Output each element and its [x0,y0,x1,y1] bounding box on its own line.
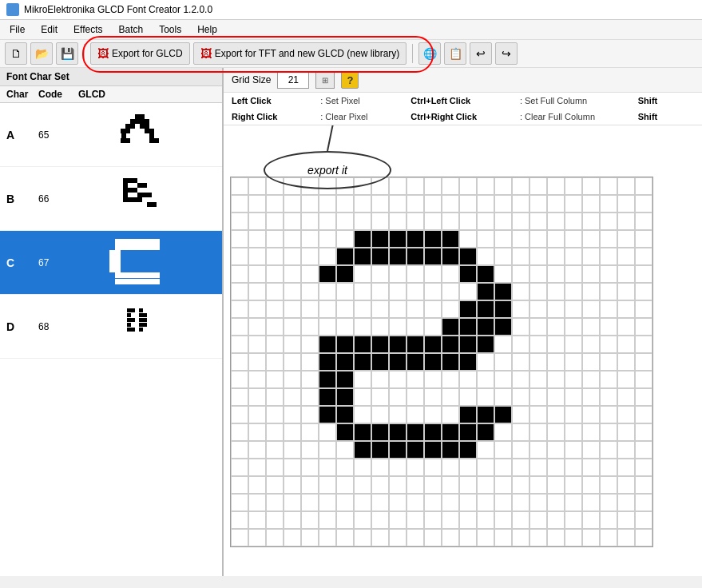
grid-cell[interactable] [319,441,336,459]
grid-cell[interactable] [407,388,424,406]
grid-cell[interactable] [319,511,336,529]
grid-cell[interactable] [371,230,389,248]
grid-cell[interactable] [248,336,266,353]
grid-cell[interactable] [459,423,477,441]
grid-cell[interactable] [371,353,389,371]
grid-cell[interactable] [582,406,600,423]
grid-cell[interactable] [442,300,459,318]
grid-cell[interactable] [284,406,301,423]
grid-cell[interactable] [336,248,354,265]
grid-cell[interactable] [371,213,389,230]
grid-cell[interactable] [442,459,459,476]
grid-cell[interactable] [407,476,424,494]
grid-cell[interactable] [617,230,635,248]
grid-cell[interactable] [231,177,248,195]
grid-cell[interactable] [371,300,389,318]
grid-cell[interactable] [284,476,301,494]
grid-cell[interactable] [477,406,494,423]
grid-cell[interactable] [442,283,459,300]
grid-cell[interactable] [354,511,371,529]
grid-cell[interactable] [284,494,301,511]
grid-cell[interactable] [459,476,477,494]
grid-cell[interactable] [600,494,617,511]
grid-cell[interactable] [424,511,442,529]
grid-cell[interactable] [319,476,336,494]
grid-cell[interactable] [600,476,617,494]
grid-cell[interactable] [442,213,459,230]
grid-cell[interactable] [442,371,459,388]
grid-cell[interactable] [301,406,319,423]
grid-cell[interactable] [582,318,600,336]
grid-cell[interactable] [600,511,617,529]
grid-cell[interactable] [266,353,284,371]
grid-cell[interactable] [407,353,424,371]
export-glcd-button[interactable]: 🖼 Export for GLCD [90,42,190,65]
grid-cell[interactable] [284,371,301,388]
grid-cell[interactable] [529,388,547,406]
grid-cell[interactable] [565,195,582,213]
grid-cell[interactable] [336,230,354,248]
grid-cell[interactable] [635,406,652,423]
grid-cell[interactable] [407,529,424,546]
grid-cell[interactable] [600,248,617,265]
grid-cell[interactable] [442,353,459,371]
grid-cell[interactable] [389,336,407,353]
undo-button[interactable]: ↩ [470,42,492,65]
grid-cell[interactable] [512,459,529,476]
grid-cell[interactable] [231,213,248,230]
grid-cell[interactable] [494,388,512,406]
grid-cell[interactable] [529,248,547,265]
grid-cell[interactable] [371,511,389,529]
grid-cell[interactable] [477,213,494,230]
grid-cell[interactable] [336,494,354,511]
grid-cell[interactable] [512,318,529,336]
grid-cell[interactable] [319,406,336,423]
grid-cell[interactable] [389,230,407,248]
grid-cell[interactable] [407,213,424,230]
grid-cell[interactable] [547,336,565,353]
grid-cell[interactable] [512,265,529,283]
grid-cell[interactable] [284,441,301,459]
grid-cell[interactable] [582,300,600,318]
grid-cell[interactable] [582,494,600,511]
grid-cell[interactable] [529,283,547,300]
grid-cell[interactable] [617,511,635,529]
grid-cell[interactable] [336,213,354,230]
grid-cell[interactable] [582,283,600,300]
grid-cell[interactable] [494,511,512,529]
grid-cell[interactable] [248,371,266,388]
grid-cell[interactable] [371,406,389,423]
grid-cell[interactable] [354,371,371,388]
grid-cell[interactable] [547,459,565,476]
grid-cell[interactable] [301,230,319,248]
grid-cell[interactable] [617,177,635,195]
grid-cell[interactable] [301,511,319,529]
new-button[interactable]: 🗋 [5,42,27,65]
grid-cell[interactable] [477,230,494,248]
grid-cell[interactable] [424,300,442,318]
grid-cell[interactable] [354,494,371,511]
grid-cell[interactable] [582,529,600,546]
grid-cell[interactable] [547,283,565,300]
char-row-c[interactable]: C 67 [0,231,222,295]
redo-button[interactable]: ↪ [495,42,518,65]
grid-cell[interactable] [635,423,652,441]
grid-cell[interactable] [459,353,477,371]
grid-cell[interactable] [582,441,600,459]
grid-cell[interactable] [424,195,442,213]
grid-cell[interactable] [284,336,301,353]
grid-cell[interactable] [319,459,336,476]
grid-cell[interactable] [319,195,336,213]
grid-cell[interactable] [459,459,477,476]
grid-cell[interactable] [336,388,354,406]
grid-cell[interactable] [371,318,389,336]
grid-cell[interactable] [389,248,407,265]
grid-cell[interactable] [231,318,248,336]
grid-cell[interactable] [389,195,407,213]
grid-cell[interactable] [424,353,442,371]
grid-cell[interactable] [336,459,354,476]
grid-cell[interactable] [477,476,494,494]
grid-cell[interactable] [494,459,512,476]
help-button[interactable]: ? [341,71,359,89]
grid-cell[interactable] [600,213,617,230]
